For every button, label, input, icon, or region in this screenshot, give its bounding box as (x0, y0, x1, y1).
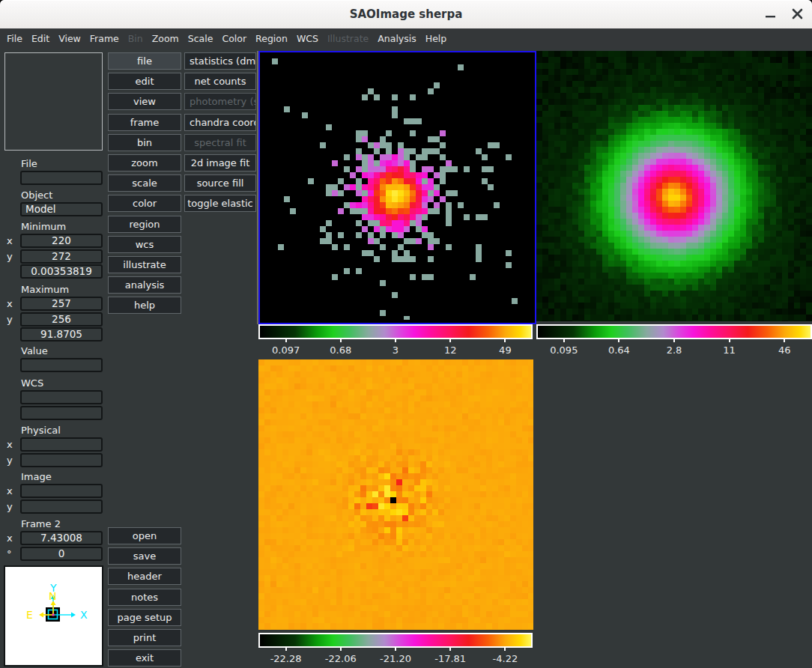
colorbar-2-tick-3 (729, 339, 730, 342)
menu-item-zoom[interactable]: Zoom (148, 28, 184, 49)
field-group-label-physical: Physical (21, 425, 61, 436)
field-input-maximum-2[interactable]: 91.8705 (20, 327, 103, 341)
colorbar-1-tick-1 (340, 339, 342, 342)
field-input-physical-1[interactable] (20, 453, 103, 467)
colorbar-1-tick-4 (504, 339, 506, 342)
file-button-header[interactable]: header (108, 568, 181, 585)
analysis-button-chandra-coord[interactable]: chandra coord (184, 114, 256, 131)
file-button-open[interactable]: open (108, 527, 181, 544)
field-input-object-0[interactable]: Model (20, 202, 103, 216)
field-input-image-0[interactable] (20, 484, 103, 498)
file-button-notes[interactable]: notes (108, 589, 181, 606)
image-frame-2-model[interactable] (536, 51, 812, 321)
menu-button-frame[interactable]: frame (108, 114, 181, 131)
menu-button-wcs[interactable]: wcs (108, 236, 181, 253)
colorbar-2-tick-0 (563, 339, 565, 342)
colorbar-3-tick-2 (395, 648, 396, 651)
field-input-wcs-1[interactable] (20, 406, 103, 420)
menu-button-color[interactable]: color (108, 195, 181, 212)
compass-x-label: X (80, 609, 88, 621)
colorbar-3[interactable] (258, 633, 533, 648)
compass-graphic: X Y N E (5, 567, 102, 665)
analysis-button-net-counts[interactable]: net counts (184, 73, 256, 90)
menu-item-analysis[interactable]: Analysis (373, 28, 421, 49)
minimize-button[interactable] (760, 0, 782, 28)
compass-x-arrow (71, 613, 76, 618)
file-button-exit[interactable]: exit (108, 649, 181, 667)
compass-east-label: E (26, 609, 33, 621)
menu-item-scale[interactable]: Scale (184, 28, 218, 49)
close-button[interactable] (787, 0, 809, 28)
window-titlebar[interactable]: SAOImage sherpa (0, 0, 812, 28)
field-input-value-0[interactable] (20, 358, 103, 372)
field-group-label-frame-2: Frame 2 (21, 518, 61, 529)
field-input-minimum-2[interactable]: 0.00353819 (20, 264, 103, 279)
menu-button-scale[interactable]: scale (108, 174, 181, 192)
menu-button-file[interactable]: file (108, 52, 181, 70)
menu-item-edit[interactable]: Edit (27, 28, 54, 49)
field-input-minimum-0[interactable]: 220 (20, 234, 103, 248)
compass-east-arrow (39, 613, 43, 618)
menu-item-color[interactable]: Color (217, 28, 251, 49)
model-frame-canvas[interactable] (536, 51, 812, 321)
close-icon (790, 7, 805, 21)
residual-frame-canvas[interactable] (258, 359, 533, 630)
colorbar-2-tick-1 (618, 339, 619, 342)
magnifier-panel (4, 52, 103, 151)
menu-item-frame[interactable]: Frame (85, 28, 124, 49)
field-input-physical-0[interactable] (20, 437, 103, 452)
colorbar-3-label-4: -4.22 (471, 653, 539, 664)
colorbar-1-label-4: 49 (471, 344, 539, 356)
field-input-frame-2-0[interactable]: 7.43008 (20, 531, 103, 545)
analysis-button-spectral-fit: spectral fit (184, 134, 256, 151)
field-input-wcs-0[interactable] (20, 390, 103, 404)
colorbar-1-tick-3 (449, 339, 451, 342)
menu-item-wcs[interactable]: WCS (292, 28, 323, 49)
file-button-print[interactable]: print (108, 629, 181, 646)
menu-button-edit[interactable]: edit (108, 73, 181, 90)
menu-item-help[interactable]: Help (421, 28, 452, 49)
field-prefix-x: x (7, 297, 18, 311)
colorbar-3-tick-0 (285, 648, 287, 651)
menu-item-illustrate: Illustrate (323, 28, 373, 49)
menu-button-zoom[interactable]: zoom (108, 154, 181, 171)
menu-item-file[interactable]: File (2, 28, 27, 49)
field-group-label-value: Value (21, 345, 48, 356)
field-prefix-y: y (7, 249, 18, 264)
file-button-save[interactable]: save (108, 547, 181, 565)
colorbar-2[interactable] (536, 324, 812, 339)
data-frame-canvas[interactable] (260, 52, 532, 320)
field-group-label-file: File (21, 158, 37, 169)
colorbar-1-tick-2 (395, 339, 396, 342)
colorbar-1[interactable] (258, 324, 533, 339)
menu-button-analysis[interactable]: analysis (108, 276, 181, 294)
field-input-frame-2-1[interactable]: 0 (20, 547, 103, 561)
image-frame-3-residual[interactable] (258, 359, 533, 630)
image-frame-1-data[interactable] (258, 51, 536, 324)
compass-panner[interactable]: X Y N E (4, 565, 103, 667)
field-input-minimum-1[interactable]: 272 (20, 249, 103, 264)
ds9-window: SAOImage sherpa FileEditViewFrameBinZoom… (0, 0, 812, 668)
compass-axes: X Y N E (26, 582, 88, 622)
menu-button-illustrate[interactable]: illustrate (108, 256, 181, 273)
field-input-maximum-1[interactable]: 256 (20, 312, 103, 327)
analysis-button-statistics-dms[interactable]: statistics (dms (184, 52, 256, 70)
analysis-button-toggle-elastic[interactable]: toggle elastic (184, 195, 256, 212)
menu-button-bin[interactable]: bin (108, 134, 181, 151)
analysis-button-2d-image-fit[interactable]: 2d image fit (184, 154, 256, 171)
field-prefix-y: y (7, 453, 18, 467)
menu-item-view[interactable]: View (54, 28, 85, 49)
field-input-maximum-0[interactable]: 257 (20, 297, 103, 311)
field-prefix-°: ° (7, 547, 18, 561)
menu-button-region[interactable]: region (108, 216, 181, 233)
analysis-button-source-fill[interactable]: source fill (184, 174, 256, 192)
field-input-file-0[interactable] (20, 171, 103, 185)
field-prefix-x: x (7, 484, 18, 498)
colorbar-3-tick-4 (504, 648, 506, 651)
menu-item-region[interactable]: Region (251, 28, 292, 49)
colorbar-2-tick-2 (673, 339, 675, 342)
field-input-image-1[interactable] (20, 500, 103, 514)
menu-button-view[interactable]: view (108, 93, 181, 110)
menu-button-help[interactable]: help (108, 297, 181, 314)
file-button-page-setup[interactable]: page setup (108, 609, 181, 626)
